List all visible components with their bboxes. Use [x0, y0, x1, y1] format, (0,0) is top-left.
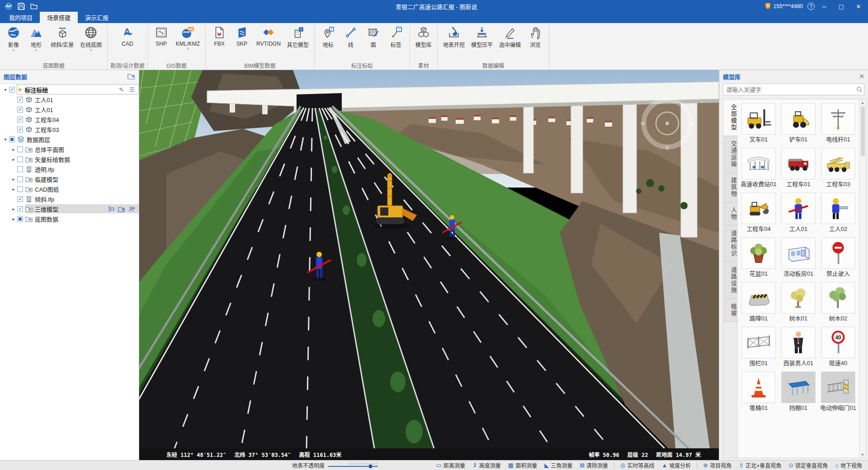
tool-measure-area[interactable]: ▦面积测量	[505, 461, 540, 470]
portable-cabin-item[interactable]: 活动板房01	[780, 237, 816, 277]
wheel-loader-item[interactable]: 铲车01	[780, 103, 816, 143]
tool-underground-view[interactable]: ⌂地下视角	[832, 461, 865, 470]
panel-close-icon[interactable]: ✕	[859, 73, 864, 80]
toll-station-item[interactable]: 高速收费站01	[741, 148, 777, 188]
layer-row-temp-models[interactable]: ▸临建模型	[0, 174, 139, 184]
kml-button[interactable]: KMLKML/KMZ˅	[173, 24, 203, 51]
fence-item[interactable]: 围栏01	[741, 327, 777, 367]
maximize-button[interactable]: ▢	[834, 1, 849, 12]
expander-icon[interactable]: ▸	[10, 216, 17, 221]
layer-row-annotation-plot[interactable]: ▾★标注标绘✎☰	[0, 85, 139, 94]
edit-icon[interactable]: ✎	[118, 86, 125, 93]
help-icon[interactable]: ?	[807, 3, 815, 10]
layer-checkbox[interactable]	[17, 97, 23, 103]
tab-my-projects[interactable]: 我的项目	[2, 12, 40, 23]
no-entry-sign-item[interactable]: 禁止驶入	[820, 237, 856, 277]
new-group-icon[interactable]	[127, 73, 135, 81]
edit-select-button[interactable]: 选中编辑	[496, 24, 524, 52]
layer-checkbox[interactable]	[9, 87, 15, 93]
expander-icon[interactable]: ▸	[10, 147, 17, 152]
canopy-item[interactable]: 挡棚01	[780, 371, 816, 412]
layer-checkbox[interactable]	[9, 136, 15, 142]
rvt-button[interactable]: RVT/DGN	[254, 24, 283, 51]
model-search-input[interactable]	[723, 86, 855, 93]
online-basemap-button[interactable]: 在线底图˅	[77, 24, 104, 52]
viewport-scene[interactable]	[139, 70, 719, 448]
category-tab-road-signs[interactable]: 道路标识	[723, 226, 738, 262]
scroll-thumb[interactable]	[861, 107, 865, 156]
expander-icon[interactable]: ▸	[10, 187, 17, 192]
tool-measure-clear[interactable]: ⊠清除测量	[576, 461, 611, 470]
speed-limit-40-item[interactable]: 40限速40	[820, 327, 856, 367]
power-pole-item[interactable]: 电线杆01	[820, 103, 856, 143]
layer-checkbox[interactable]	[17, 117, 23, 122]
tree-yellow-item[interactable]: 树木01	[780, 282, 816, 322]
layer-row-truck03[interactable]: 工程车03	[0, 124, 139, 134]
excavator-item[interactable]: 工程车04	[741, 193, 777, 233]
layer-checkbox[interactable]	[17, 107, 23, 113]
layer-row-truck04[interactable]: 工程车04	[0, 114, 139, 124]
save-icon[interactable]	[17, 2, 25, 10]
dump-truck-item[interactable]: 工程车01	[780, 148, 816, 188]
layer-checkbox[interactable]	[17, 186, 23, 192]
crane-truck-item[interactable]: 工程车03	[820, 148, 856, 188]
retractable-gate-item[interactable]: 电动伸缩门01	[820, 371, 856, 412]
layer-row-cad-drawings[interactable]: ▸CAD图纸	[0, 184, 139, 194]
layer-row-oblique-lfp[interactable]: 倾斜.lfp	[0, 194, 139, 204]
model-scrollbar[interactable]: ▲ ▼	[859, 99, 866, 458]
polygon-button[interactable]: 面	[363, 24, 384, 52]
rename-icon[interactable]	[108, 206, 114, 212]
potted-plant-item[interactable]: 花盆01	[741, 237, 777, 277]
cad-button[interactable]: ACAD	[117, 24, 138, 51]
imagery-button[interactable]: 影像˅	[3, 24, 24, 52]
layer-row-worker01-a[interactable]: 工人01	[0, 94, 139, 104]
road-barrier-item[interactable]: 路障01	[741, 282, 777, 322]
expander-icon[interactable]: ▾	[2, 87, 9, 92]
browse-button[interactable]: 浏览	[524, 24, 546, 52]
tab-presentation[interactable]: 演示汇报	[78, 12, 116, 23]
expander-icon[interactable]: ▾	[2, 137, 9, 142]
worker-bar-item[interactable]: 工人01	[780, 193, 816, 233]
layer-checkbox[interactable]	[17, 176, 23, 182]
tool-measure-triangle[interactable]: ◣三角测量	[541, 461, 576, 470]
list-icon[interactable]: ☰	[128, 86, 135, 93]
tool-live-contour[interactable]: ◎实时等高线	[617, 461, 657, 470]
category-tab-buildings[interactable]: 建筑物	[723, 173, 738, 202]
surface-opacity-slider[interactable]	[328, 463, 378, 468]
layer-row-transparent-lfp[interactable]: 透明.lfp	[0, 164, 139, 174]
layer-checkbox[interactable]	[17, 166, 23, 172]
skp-button[interactable]: SKP	[231, 24, 253, 51]
category-tab-road-facilities[interactable]: 道路设施	[723, 262, 738, 299]
layer-checkbox[interactable]	[17, 216, 23, 222]
layer-row-data-layers[interactable]: ▾数据图层	[0, 134, 139, 144]
tab-scene-build[interactable]: 场景搭建	[40, 12, 78, 23]
suit-man-item[interactable]: 西装男人01	[780, 327, 816, 367]
shp-button[interactable]: SHP	[151, 24, 172, 51]
forklift-item[interactable]: 叉车01	[741, 103, 777, 143]
open-folder-icon[interactable]	[30, 2, 38, 10]
layer-row-models-3d[interactable]: ▸三维模型	[0, 204, 139, 214]
add-folder-icon[interactable]	[118, 206, 125, 212]
tool-project-view[interactable]: ⊕项目视角	[700, 461, 735, 470]
other-model-button[interactable]: T其它模型	[284, 24, 311, 52]
layer-row-vector-plot-data[interactable]: ▸矢量标绘数据	[0, 154, 139, 164]
close-button[interactable]: ✕	[851, 1, 866, 12]
expander-icon[interactable]: ▸	[10, 207, 17, 212]
flatten-button[interactable]: 模型压平	[468, 24, 495, 52]
tool-measure-distance[interactable]: ▭距离测量	[433, 461, 468, 470]
layer-row-worker01-b[interactable]: 工人01	[0, 104, 139, 114]
layer-checkbox[interactable]	[17, 156, 23, 162]
tool-lock-vertical-view[interactable]: ⊙锁定垂直视角	[785, 461, 831, 470]
fbx-button[interactable]: FBX	[208, 24, 230, 51]
category-tab-people[interactable]: 人物	[723, 202, 738, 226]
scroll-up-icon[interactable]: ▲	[861, 99, 864, 106]
category-tab-transport[interactable]: 交通运输	[723, 136, 738, 173]
worker-saw-item[interactable]: 工人02	[820, 193, 856, 233]
excavate-button[interactable]: 地表开挖	[440, 24, 467, 52]
category-tab-vegetation[interactable]: 植被	[723, 299, 738, 322]
tree-green-item[interactable]: 树木02	[820, 282, 856, 322]
oblique-button[interactable]: 倾斜/实景	[48, 24, 76, 52]
expander-icon[interactable]: ▸	[10, 157, 17, 162]
layer-row-basemap-data[interactable]: ▸底图数据	[0, 214, 139, 224]
layer-checkbox[interactable]	[17, 196, 23, 202]
